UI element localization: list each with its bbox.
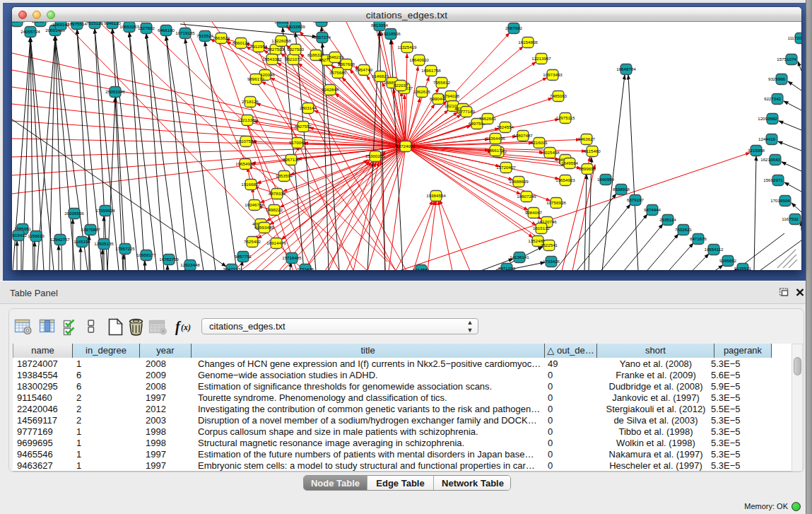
svg-text:12093582: 12093582 (758, 116, 777, 121)
svg-text:25053346: 25053346 (105, 89, 125, 94)
svg-text:3675685: 3675685 (329, 70, 347, 75)
svg-text:6216001: 6216001 (531, 140, 548, 145)
svg-text:33975887: 33975887 (81, 227, 100, 232)
svg-text:9146821: 9146821 (372, 74, 389, 78)
svg-text:9457791: 9457791 (235, 254, 252, 259)
svg-text:16107553: 16107553 (236, 139, 256, 144)
svg-text:1167532: 1167532 (782, 216, 799, 221)
svg-text:10958177: 10958177 (136, 252, 156, 257)
svg-text:1649564: 1649564 (561, 160, 579, 165)
svg-text:7485063: 7485063 (550, 93, 567, 98)
svg-text:9046120: 9046120 (104, 22, 122, 25)
svg-text:3915412: 3915412 (12, 233, 28, 238)
svg-text:11325419: 11325419 (397, 45, 417, 49)
svg-text:10654112: 10654112 (704, 247, 724, 252)
svg-text:19654913: 19654913 (235, 161, 255, 166)
svg-text:16648784: 16648784 (616, 66, 636, 71)
svg-text:18724007: 18724007 (396, 144, 416, 148)
svg-text:16961758: 16961758 (421, 68, 441, 73)
svg-text:1615132: 1615132 (533, 226, 551, 230)
svg-text:7955812: 7955812 (433, 80, 451, 85)
svg-text:1244419: 1244419 (758, 136, 776, 141)
svg-text:9084067: 9084067 (525, 210, 543, 215)
svg-text:12923448: 12923448 (180, 262, 200, 267)
svg-text:10756928: 10756928 (546, 200, 566, 205)
svg-text:9135521: 9135521 (734, 266, 752, 270)
svg-text:17957225: 17957225 (115, 246, 135, 251)
svg-text:8357274: 8357274 (314, 35, 331, 40)
svg-text:8454749: 8454749 (355, 67, 373, 72)
svg-text:7625402: 7625402 (244, 239, 261, 244)
svg-text:12213967: 12213967 (531, 56, 551, 61)
svg-text:1546219: 1546219 (326, 54, 344, 59)
svg-text:13226058: 13226058 (271, 38, 291, 43)
svg-text:1362615: 1362615 (413, 89, 431, 94)
svg-text:8813054: 8813054 (313, 22, 331, 23)
svg-text:1733426: 1733426 (297, 267, 314, 270)
svg-text:21364436: 21364436 (486, 136, 505, 141)
svg-text:0899695: 0899695 (579, 166, 596, 171)
svg-text:9777169: 9777169 (458, 109, 476, 114)
svg-text:10973493: 10973493 (543, 72, 563, 77)
svg-text:2718126: 2718126 (242, 99, 259, 104)
svg-text:9227342: 9227342 (764, 96, 782, 101)
svg-text:25300205: 25300205 (365, 153, 385, 158)
svg-text:9896172: 9896172 (247, 76, 265, 81)
svg-text:12942757: 12942757 (50, 237, 70, 242)
svg-text:15692971: 15692971 (763, 177, 783, 182)
svg-text:2935114: 2935114 (659, 217, 676, 222)
svg-text:2367608: 2367608 (338, 62, 355, 66)
svg-text:3215958: 3215958 (748, 148, 765, 153)
svg-text:8267130: 8267130 (283, 157, 300, 162)
svg-text:16914479: 16914479 (266, 240, 286, 245)
svg-text:1156819: 1156819 (28, 233, 45, 238)
svg-text:7663822: 7663822 (213, 35, 230, 40)
svg-text:1117203: 1117203 (787, 35, 801, 40)
svg-text:9047213: 9047213 (223, 267, 241, 270)
svg-text:40993489: 40993489 (254, 225, 274, 230)
svg-text:6379197: 6379197 (627, 197, 645, 202)
svg-text:822037: 822037 (394, 83, 408, 88)
svg-text:18807249: 18807249 (517, 194, 536, 199)
svg-text:9474444: 9474444 (644, 207, 661, 212)
svg-text:6466160: 6466160 (158, 28, 175, 33)
svg-text:18975514: 18975514 (67, 22, 87, 26)
svg-text:2306147: 2306147 (32, 22, 49, 23)
svg-text:16046786: 16046786 (245, 202, 264, 207)
svg-text:12213389: 12213389 (237, 117, 257, 122)
svg-text:7462661: 7462661 (479, 116, 497, 121)
svg-text:17016504: 17016504 (770, 198, 790, 203)
svg-text:12975115: 12975115 (555, 115, 575, 120)
svg-text:16154808: 16154808 (518, 40, 538, 45)
svg-text:17359924: 17359924 (95, 208, 115, 213)
svg-text:9329966: 9329966 (768, 76, 786, 81)
svg-text:12505135: 12505135 (94, 241, 114, 246)
svg-text:9242848: 9242848 (322, 87, 339, 92)
svg-text:9827503: 9827503 (267, 47, 285, 52)
svg-text:19384554: 19384554 (426, 193, 446, 198)
svg-text:8878332: 8878332 (269, 191, 286, 196)
svg-text:3624554: 3624554 (497, 124, 514, 129)
svg-text:10688609: 10688609 (509, 179, 529, 184)
svg-text:19166827: 19166827 (241, 182, 261, 187)
svg-text:8813054: 8813054 (371, 23, 389, 28)
svg-text:1899747: 1899747 (12, 22, 26, 23)
svg-text:16782759: 16782759 (159, 257, 179, 262)
svg-text:10807487: 10807487 (513, 133, 533, 138)
svg-text:24055724: 24055724 (20, 29, 40, 34)
svg-text:8912954: 8912954 (250, 44, 268, 49)
svg-text:9463627: 9463627 (578, 136, 596, 141)
svg-text:20206556: 20206556 (64, 211, 84, 216)
svg-text:9115460: 9115460 (584, 148, 601, 153)
svg-text:1640954: 1640954 (597, 177, 615, 182)
svg-text:2522541: 2522541 (541, 243, 558, 247)
svg-text:7515126: 7515126 (86, 22, 104, 25)
svg-text:16543382: 16543382 (262, 57, 282, 62)
svg-text:10653267: 10653267 (119, 24, 139, 29)
svg-text:19218506: 19218506 (381, 31, 401, 36)
svg-text:18640910: 18640910 (409, 57, 429, 62)
svg-text:8471676: 8471676 (690, 236, 707, 241)
svg-text:8427552: 8427552 (295, 124, 312, 129)
svg-text:15716485: 15716485 (282, 255, 302, 260)
svg-text:9245652: 9245652 (719, 258, 737, 263)
